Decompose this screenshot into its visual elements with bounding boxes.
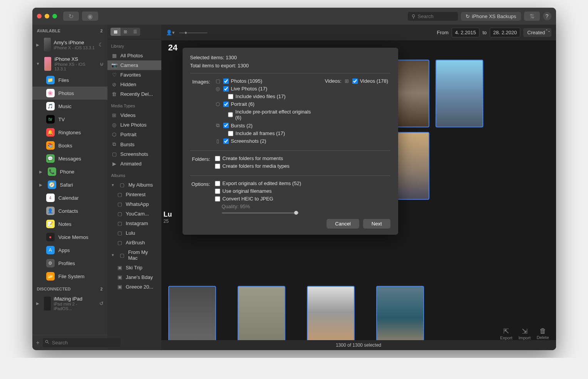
sidebar-item-label: Favorites bbox=[121, 72, 141, 78]
chevron-down-icon[interactable]: ▼ bbox=[111, 253, 115, 257]
album-pinterest[interactable]: ▢Pinterest bbox=[107, 190, 161, 199]
sidebar-item-file-system[interactable]: 📂File System bbox=[32, 270, 107, 283]
sidebar-item-tv[interactable]: tvTV bbox=[32, 113, 107, 126]
album-whatsapp[interactable]: ▢WhatsApp bbox=[107, 199, 161, 209]
sidebar-item-books[interactable]: 📚Books bbox=[32, 139, 107, 152]
sidebar-item-phone[interactable]: ▶📞Phone bbox=[32, 165, 107, 178]
checkbox-label: Convert HEIC to JPEG bbox=[223, 196, 273, 202]
photo-thumbnail[interactable] bbox=[168, 286, 216, 340]
sidebar-item-messages[interactable]: 💬Messages bbox=[32, 152, 107, 165]
sidebar-item-safari[interactable]: ▶🧭Safari bbox=[32, 178, 107, 191]
sidebar-item-calendar[interactable]: 4Calendar bbox=[32, 191, 107, 204]
view-toggle[interactable]: ▦ ⊞ ☰ bbox=[111, 28, 140, 36]
photos-checkbox[interactable] bbox=[223, 78, 229, 84]
person-icon[interactable]: 👤▾ bbox=[166, 30, 175, 35]
chevron-right-icon[interactable]: ▶ bbox=[39, 183, 42, 187]
device-imazing-ipad[interactable]: ▶ iMazing iPad iPad mini 2 - iPadOS... ↺ bbox=[32, 294, 107, 313]
chevron-down-icon[interactable]: ▼ bbox=[111, 183, 115, 187]
quality-slider[interactable] bbox=[222, 212, 299, 214]
global-search[interactable]: ⚲ bbox=[408, 12, 458, 21]
sidebar-item-apps[interactable]: AApps bbox=[32, 244, 107, 257]
bursts-checkbox[interactable] bbox=[223, 123, 229, 128]
album-my-albums[interactable]: ▼▢My Albums bbox=[107, 180, 161, 190]
export-button[interactable]: ⇱Export bbox=[500, 327, 513, 340]
import-button[interactable]: ⇲Import bbox=[519, 327, 531, 340]
include-frames-checkbox[interactable] bbox=[228, 131, 233, 136]
library-recently-deleted[interactable]: 🗑Recently Del... bbox=[107, 89, 161, 99]
cancel-button[interactable]: Cancel bbox=[327, 219, 359, 229]
photo-thumbnail[interactable] bbox=[436, 60, 483, 127]
date-to-input[interactable]: 28. 2.2020 bbox=[490, 28, 520, 37]
export-originals-checkbox[interactable] bbox=[215, 181, 220, 186]
chevron-right-icon[interactable]: ▶ bbox=[36, 43, 39, 47]
include-video-checkbox[interactable] bbox=[228, 94, 233, 99]
photo-thumbnail[interactable] bbox=[238, 286, 285, 340]
transfer-button[interactable]: ⇅ bbox=[524, 12, 540, 21]
chevron-right-icon[interactable]: ▶ bbox=[36, 301, 39, 306]
device-amys-iphone[interactable]: ▶ Amy's iPhone iPhone X - iOS 13.3.1 ☾ bbox=[32, 35, 107, 54]
sidebar-item-files[interactable]: 📁Files bbox=[32, 73, 107, 87]
sort-dropdown[interactable]: Created bbox=[523, 28, 551, 37]
video-thumbnail[interactable] bbox=[307, 286, 355, 340]
mediatype-live-photos[interactable]: ◎Live Photos bbox=[107, 120, 161, 130]
detail-view-icon[interactable]: ☰ bbox=[130, 28, 140, 36]
album-ski-trip[interactable]: ▣Ski Trip bbox=[107, 263, 161, 272]
portrait-icon: ⬡ bbox=[215, 101, 221, 107]
sidebar-item-photos[interactable]: 🌸Photos bbox=[32, 87, 107, 100]
mediatype-portrait[interactable]: ⬡Portrait bbox=[107, 130, 161, 139]
album-janes-bday[interactable]: ▣Jane's Bday bbox=[107, 272, 161, 282]
refresh-button[interactable]: ↻ bbox=[63, 12, 79, 21]
live-photos-checkbox[interactable] bbox=[223, 86, 229, 92]
close-window-button[interactable] bbox=[37, 14, 42, 18]
create-moments-checkbox[interactable] bbox=[215, 156, 220, 161]
library-camera[interactable]: 📷Camera bbox=[107, 60, 161, 70]
delete-button[interactable]: 🗑Delete bbox=[537, 327, 549, 340]
sidebar-item-profiles[interactable]: ⚙Profiles bbox=[32, 257, 107, 270]
album-from-my-mac[interactable]: ▼▢From My Mac bbox=[107, 247, 161, 263]
maximize-window-button[interactable] bbox=[52, 14, 57, 18]
use-filenames-checkbox[interactable] bbox=[215, 189, 220, 194]
mediatype-screenshots[interactable]: ▢Screenshots bbox=[107, 149, 161, 159]
screenshots-checkbox[interactable] bbox=[223, 139, 229, 144]
slider-thumb[interactable] bbox=[294, 211, 298, 215]
chevron-right-icon[interactable]: ▶ bbox=[39, 170, 42, 174]
sidebar-item-label: Books bbox=[59, 143, 72, 149]
sidebar-item-label: File System bbox=[59, 274, 85, 279]
library-hidden[interactable]: ⊘Hidden bbox=[107, 80, 161, 89]
minimize-window-button[interactable] bbox=[45, 14, 49, 18]
convert-heic-checkbox[interactable] bbox=[215, 196, 220, 202]
add-button[interactable]: + bbox=[36, 339, 40, 346]
sidebar-item-contacts[interactable]: 👤Contacts bbox=[32, 204, 107, 217]
sidebar-item-voice-memos[interactable]: ●Voice Memos bbox=[32, 230, 107, 244]
album-lulu[interactable]: ▢Lulu bbox=[107, 228, 161, 238]
search-input[interactable] bbox=[418, 13, 454, 19]
grid-view-icon[interactable]: ▦ bbox=[111, 28, 121, 36]
sidebar-search-input[interactable] bbox=[43, 338, 121, 347]
mediatype-animated[interactable]: ▶Animated bbox=[107, 159, 161, 169]
album-youcam[interactable]: ▢YouCam... bbox=[107, 209, 161, 219]
library-all-photos[interactable]: ▦All Photos bbox=[107, 51, 161, 60]
list-view-icon[interactable]: ⊞ bbox=[121, 28, 130, 36]
mediatype-bursts[interactable]: ⧉Bursts bbox=[107, 139, 161, 149]
sidebar-item-notes[interactable]: 📝Notes bbox=[32, 217, 107, 230]
album-airbrush[interactable]: ▢AirBrush bbox=[107, 238, 161, 247]
videos-checkbox[interactable] bbox=[352, 78, 358, 84]
include-preportrait-checkbox[interactable] bbox=[228, 112, 233, 117]
album-greece[interactable]: ▣Greece 20... bbox=[107, 282, 161, 292]
album-instagram[interactable]: ▢Instagram bbox=[107, 219, 161, 228]
create-mediatypes-checkbox[interactable] bbox=[215, 164, 220, 169]
photo-thumbnail[interactable] bbox=[376, 286, 424, 340]
mediatype-videos[interactable]: ⊞Videos bbox=[107, 110, 161, 120]
sidebar-item-music[interactable]: 🎵Music bbox=[32, 100, 107, 113]
device-iphone-xs[interactable]: ▼ iPhone XS iPhone XS - iOS 13.3.1 ⊍ bbox=[32, 54, 107, 73]
album-icon: ▢ bbox=[117, 201, 123, 207]
portrait-checkbox[interactable] bbox=[223, 102, 229, 107]
date-from-input[interactable]: 4. 2.2015 bbox=[452, 28, 479, 37]
next-button[interactable]: Next bbox=[363, 219, 390, 229]
chevron-down-icon[interactable]: ▼ bbox=[36, 62, 40, 66]
backup-button[interactable]: ↻ iPhone XS Backups bbox=[461, 12, 521, 21]
sidebar-item-ringtones[interactable]: 🔔Ringtones bbox=[32, 126, 107, 139]
library-favorites[interactable]: ♡Favorites bbox=[107, 70, 161, 80]
help-button[interactable]: ? bbox=[543, 12, 551, 20]
preview-button[interactable]: ◉ bbox=[82, 12, 98, 21]
